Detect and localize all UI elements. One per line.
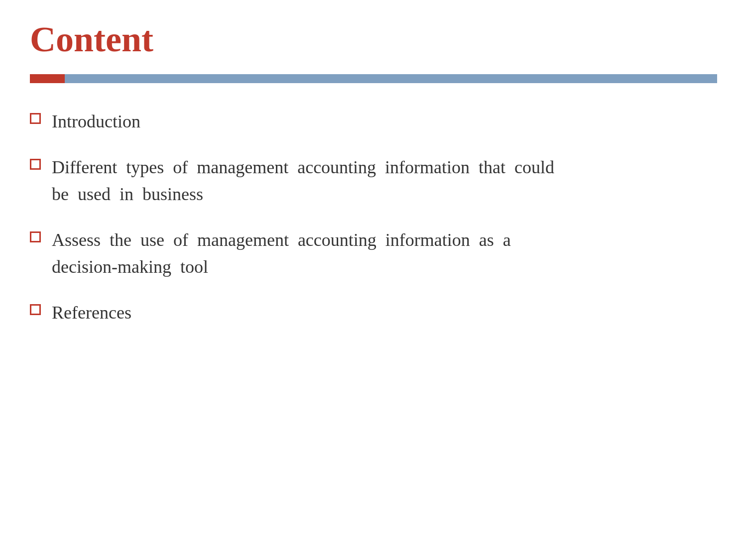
list-item: Assess the use of management accounting … <box>30 226 717 280</box>
page-title: Content <box>30 20 717 59</box>
bullet-icon <box>30 113 41 124</box>
bullet-icon <box>30 231 41 242</box>
list-item-text: Introduction <box>52 108 717 135</box>
list-item-text: References <box>52 299 717 326</box>
list-item: References <box>30 299 717 326</box>
content-list: Introduction Different types of manageme… <box>30 108 717 326</box>
divider-bar <box>30 74 717 83</box>
list-item: Introduction <box>30 108 717 135</box>
list-item-text: Different types of management accounting… <box>52 154 717 208</box>
bullet-icon <box>30 304 41 315</box>
page: Content Introduction Different types of … <box>0 0 747 560</box>
list-item: Different types of management accounting… <box>30 154 717 208</box>
bullet-icon <box>30 159 41 170</box>
list-item-text: Assess the use of management accounting … <box>52 226 717 280</box>
